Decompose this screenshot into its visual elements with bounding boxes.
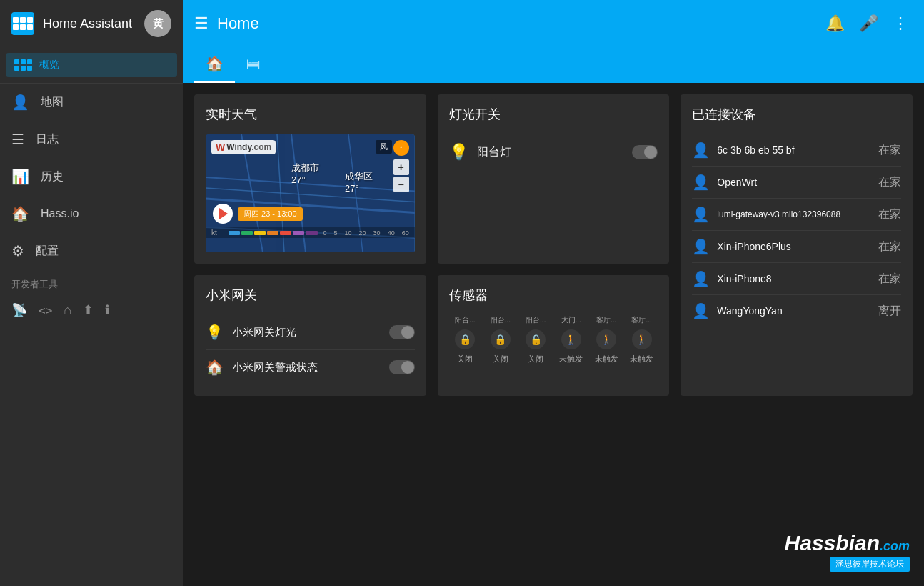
sensor-col-5: 客厅... 🚶 未触发 <box>626 315 658 364</box>
person-icon-1: 👤 <box>692 174 710 191</box>
bulb-icon: 💡 <box>449 143 468 162</box>
gateway-toggle-0[interactable] <box>389 325 415 339</box>
tab-bar: 🏠 🛏 <box>183 47 924 83</box>
sidebar: 概览 👤 地图 ☰ 日志 📊 历史 🏠 Hass <box>0 47 183 586</box>
avatar[interactable]: 黄 <box>144 10 171 37</box>
sensor-icon-3: 🚶 <box>561 329 581 349</box>
device-row: 👤 6c 3b 6b eb 55 bf 在家 <box>692 134 901 167</box>
bar-5 <box>241 231 253 235</box>
sensor-col-0: 阳台... 🔒 关闭 <box>449 315 481 364</box>
device-list: 👤 6c 3b 6b eb 55 bf 在家 👤 OpenWrt 在家 <box>692 134 901 327</box>
person-icon-5: 👤 <box>692 302 710 319</box>
dev-tool-wifi[interactable]: 📡 <box>11 302 27 318</box>
gateway-row-0: 💡 小米网关灯光 <box>206 315 415 350</box>
device-name-text: OpenWrt <box>717 177 757 188</box>
sidebar-active-tab[interactable]: 概览 <box>6 53 177 77</box>
cards-grid: 实时天气 <box>183 83 924 407</box>
sensor-label-1: 阳台... <box>491 315 511 325</box>
tab-bedroom[interactable]: 🛏 <box>235 47 272 83</box>
dev-tools-row: 📡 <> ⌂ ⬆ ℹ <box>0 297 183 324</box>
sensor-status-0: 关闭 <box>457 354 473 364</box>
light-label: 阳台灯 <box>477 145 511 160</box>
settings-icon: ⚙ <box>11 242 24 259</box>
map-zoom: + − <box>393 159 409 192</box>
device-status: 在家 <box>878 272 901 287</box>
sensor-card: 传感器 阳台... 🔒 关闭 阳台... 🔒 关闭 <box>438 275 670 396</box>
header-title: Home <box>217 14 821 33</box>
person-icon-4: 👤 <box>692 270 710 287</box>
tab-home[interactable]: 🏠 <box>194 47 235 83</box>
zoom-out-button[interactable]: − <box>393 177 409 192</box>
sensor-col-4: 客厅... 🚶 未触发 <box>590 315 622 364</box>
sensor-status-5: 未触发 <box>630 354 653 364</box>
dev-tool-info[interactable]: ℹ <box>105 302 110 318</box>
sidebar-item-map[interactable]: 👤 地图 <box>0 84 183 121</box>
gateway-row-1: 🏠 小米网关警戒状态 <box>206 350 415 384</box>
sensor-col-1: 阳台... 🔒 关闭 <box>484 315 516 364</box>
sidebar-item-label: Hass.io <box>41 207 79 220</box>
device-status: 在家 <box>878 207 901 222</box>
device-status: 离开 <box>878 304 901 319</box>
sidebar-item-history[interactable]: 📊 历史 <box>0 158 183 195</box>
device-name-text: lumi-gateway-v3 miio132396088 <box>717 209 840 219</box>
device-row: 👤 Xin-iPhone6Plus 在家 <box>692 231 901 263</box>
menu-icon[interactable]: ☰ <box>194 14 209 33</box>
sidebar-item-label: 地图 <box>41 95 64 110</box>
sensor-status-1: 关闭 <box>493 354 508 364</box>
hassio-icon: 🏠 <box>11 205 29 222</box>
watermark-main: Hassbian <box>785 531 880 555</box>
sensor-icon-5: 🚶 <box>632 329 652 349</box>
person-icon-2: 👤 <box>692 206 710 223</box>
bar-60 <box>306 231 317 235</box>
light-card-title: 灯光开关 <box>449 106 658 123</box>
play-button[interactable] <box>213 204 233 224</box>
sensor-label-5: 客厅... <box>631 315 651 325</box>
sensor-card-title: 传感器 <box>449 287 658 304</box>
gateway-card-title: 小米网关 <box>206 287 415 304</box>
device-row: 👤 lumi-gateway-v3 miio132396088 在家 <box>692 199 901 231</box>
sidebar-nav: 👤 地图 ☰ 日志 📊 历史 🏠 Hass.io ⚙ 配置 <box>0 84 183 269</box>
sensor-label-3: 大门... <box>561 315 581 325</box>
dev-tool-upload[interactable]: ⬆ <box>83 302 94 318</box>
device-name-text: 6c 3b 6b eb 55 bf <box>717 144 794 156</box>
dev-tool-code[interactable]: <> <box>39 304 52 317</box>
temp-bar: kt <box>206 227 415 238</box>
light-name: 💡 阳台灯 <box>449 143 511 162</box>
list-icon: ☰ <box>11 131 24 148</box>
sensor-label-2: 阳台... <box>526 315 546 325</box>
devices-card: 已连接设备 👤 6c 3b 6b eb 55 bf 在家 👤 <box>681 94 913 396</box>
sidebar-item-log[interactable]: ☰ 日志 <box>0 121 183 158</box>
gateway-item-label: 小米网关警戒状态 <box>232 361 318 374</box>
sidebar-header: Home Assistant 黄 <box>0 0 183 47</box>
sensor-icon-0: 🔒 <box>455 329 475 349</box>
app-logo <box>11 12 34 35</box>
light-row: 💡 阳台灯 <box>449 134 658 170</box>
dev-tool-home[interactable]: ⌂ <box>64 303 71 318</box>
more-menu-icon[interactable]: ⋮ <box>888 10 913 37</box>
home-icon-gw: 🏠 <box>206 359 224 376</box>
sidebar-item-config[interactable]: ⚙ 配置 <box>0 232 183 269</box>
device-status: 在家 <box>878 175 901 190</box>
sensor-status-2: 关闭 <box>528 354 543 364</box>
devices-card-title: 已连接设备 <box>692 106 901 123</box>
chart-icon: 📊 <box>11 168 29 185</box>
sensor-label-0: 阳台... <box>455 315 475 325</box>
sensor-icon-4: 🚶 <box>596 329 616 349</box>
windy-logo: W Windy.com <box>211 140 276 154</box>
bar-40 <box>293 231 304 235</box>
notification-icon[interactable]: 🔔 <box>821 10 849 37</box>
zoom-in-button[interactable]: + <box>393 159 409 175</box>
wind-direction-icon: ↑ <box>393 140 409 156</box>
main-content: 🏠 🛏 实时天气 <box>183 47 924 586</box>
watermark-com: .com <box>880 539 910 553</box>
device-name-text: WangYongYan <box>717 305 782 317</box>
device-row: 👤 Xin-iPhone8 在家 <box>692 263 901 295</box>
light-card: 灯光开关 💡 阳台灯 <box>438 94 670 264</box>
header-actions: 🔔 🎤 ⋮ <box>821 10 913 37</box>
main-header: ☰ Home 🔔 🎤 ⋮ <box>183 0 924 47</box>
mic-icon[interactable]: 🎤 <box>855 10 883 37</box>
light-toggle[interactable] <box>632 145 658 159</box>
watermark-sub: 涵思彼岸技术论坛 <box>830 557 910 572</box>
gateway-toggle-1[interactable] <box>389 360 415 374</box>
sidebar-item-hassio[interactable]: 🏠 Hass.io <box>0 195 183 232</box>
